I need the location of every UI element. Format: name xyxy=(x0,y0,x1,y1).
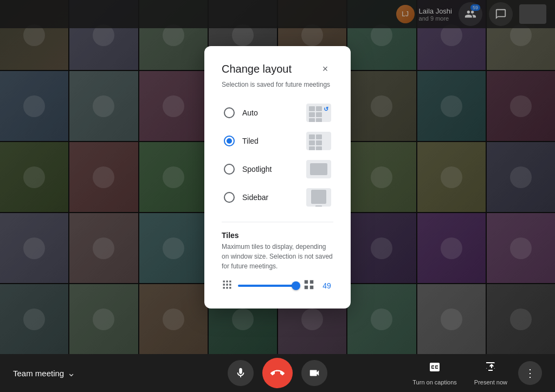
layout-option-auto[interactable]: Auto ↺ xyxy=(222,99,333,126)
radio-spotlight[interactable] xyxy=(224,164,235,175)
tiles-slider-row: 49 xyxy=(222,279,333,293)
mic-icon xyxy=(235,367,247,379)
bottom-right-actions: Turn on captions Present now ⋮ xyxy=(406,357,542,389)
layout-thumb-sidebar xyxy=(306,188,331,207)
modal-subtitle: Selection is saved for future meetings xyxy=(222,81,333,88)
radio-sidebar[interactable] xyxy=(224,192,235,203)
layout-label-sidebar: Sidebar xyxy=(242,193,268,202)
layout-thumb-spotlight xyxy=(306,160,331,178)
grid-large-icon xyxy=(303,279,315,293)
camera-icon xyxy=(308,367,320,379)
captions-button[interactable]: Turn on captions xyxy=(406,357,463,389)
tiles-title: Tiles xyxy=(222,231,333,240)
bottom-bar: Team meeting ⌄ Turn on captio xyxy=(0,354,555,392)
meeting-title-text: Team meeting xyxy=(13,369,64,378)
layout-label-auto: Auto xyxy=(242,108,258,117)
layout-option-spotlight[interactable]: Spotlight xyxy=(222,156,333,183)
end-call-button[interactable] xyxy=(262,358,293,388)
present-svg xyxy=(484,361,497,374)
radio-auto[interactable] xyxy=(224,107,235,118)
modal-header: Change layout × xyxy=(222,61,333,78)
tiles-value: 49 xyxy=(320,281,333,290)
modal-overlay: Change layout × Selection is saved for f… xyxy=(0,0,555,354)
layout-label-tiled: Tiled xyxy=(242,137,259,145)
tiles-section: Tiles Maximum tiles to display, dependin… xyxy=(222,222,333,293)
layout-options: Auto ↺ Til xyxy=(222,99,333,211)
change-layout-modal: Change layout × Selection is saved for f… xyxy=(204,46,351,309)
modal-title: Change layout xyxy=(222,63,292,75)
chevron-down-icon: ⌄ xyxy=(67,367,75,379)
captions-label: Turn on captions xyxy=(412,379,457,385)
mic-button[interactable] xyxy=(228,360,254,386)
layout-thumb-auto: ↺ xyxy=(306,104,331,122)
layout-label-spotlight: Spotlight xyxy=(242,165,272,173)
bottom-controls xyxy=(228,358,327,388)
present-label: Present now xyxy=(474,379,507,385)
tiles-slider[interactable] xyxy=(238,280,298,291)
camera-button[interactable] xyxy=(301,360,327,386)
layout-option-sidebar[interactable]: Sidebar xyxy=(222,184,333,211)
grid-small-icon xyxy=(222,279,233,293)
present-icon xyxy=(484,361,497,377)
present-button[interactable]: Present now xyxy=(468,357,514,389)
tiles-description: Maximum tiles to display, depending on w… xyxy=(222,242,333,271)
layout-option-tiled[interactable]: Tiled xyxy=(222,127,333,155)
more-options-button[interactable]: ⋮ xyxy=(518,361,542,385)
more-dots-icon: ⋮ xyxy=(525,367,535,380)
captions-svg xyxy=(428,361,441,374)
layout-thumb-tiled xyxy=(306,132,331,150)
end-call-icon xyxy=(270,366,285,380)
meeting-title[interactable]: Team meeting ⌄ xyxy=(13,367,75,379)
radio-tiled[interactable] xyxy=(224,136,235,146)
captions-icon xyxy=(428,361,441,377)
close-button[interactable]: × xyxy=(317,61,333,78)
